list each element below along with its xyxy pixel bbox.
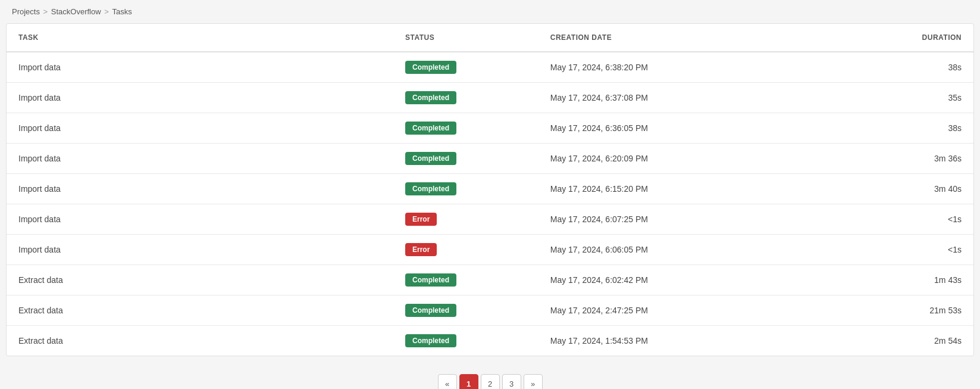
status-badge: Completed	[405, 61, 456, 74]
duration: 2m 54s	[828, 326, 973, 356]
creation-date: May 17, 2024, 6:36:05 PM	[538, 113, 829, 144]
main-container: TASKSTATUSCREATION DATEDURATION Import d…	[6, 23, 974, 356]
task-status: Completed	[393, 174, 538, 204]
task-status: Completed	[393, 265, 538, 295]
status-badge: Completed	[405, 122, 456, 135]
creation-date: May 17, 2024, 1:54:53 PM	[538, 326, 829, 356]
column-header-task: TASK	[7, 24, 393, 52]
tasks-table: TASKSTATUSCREATION DATEDURATION Import d…	[7, 24, 973, 356]
task-status: Error	[393, 235, 538, 265]
duration: <1s	[828, 235, 973, 265]
task-name: Import data	[7, 52, 393, 83]
task-status: Error	[393, 204, 538, 235]
task-name: Import data	[7, 235, 393, 265]
task-name: Extract data	[7, 295, 393, 326]
pagination-prev[interactable]: «	[438, 374, 457, 389]
breadcrumb-separator: >	[102, 7, 111, 16]
duration: 3m 40s	[828, 174, 973, 204]
table-row[interactable]: Import dataErrorMay 17, 2024, 6:07:25 PM…	[7, 204, 973, 235]
breadcrumb-separator: >	[41, 7, 50, 16]
status-badge: Completed	[405, 91, 456, 104]
table-header: TASKSTATUSCREATION DATEDURATION	[7, 24, 973, 52]
task-status: Completed	[393, 52, 538, 83]
breadcrumb-item[interactable]: StackOverflow	[51, 7, 101, 16]
pagination-page-2[interactable]: 2	[481, 374, 500, 389]
table-row[interactable]: Import dataCompletedMay 17, 2024, 6:36:0…	[7, 113, 973, 144]
task-status: Completed	[393, 326, 538, 356]
task-status: Completed	[393, 113, 538, 144]
task-status: Completed	[393, 295, 538, 326]
duration: 35s	[828, 83, 973, 113]
column-header-duration: DURATION	[828, 24, 973, 52]
table-row[interactable]: Extract dataCompletedMay 17, 2024, 2:47:…	[7, 295, 973, 326]
task-name: Import data	[7, 174, 393, 204]
duration: 38s	[828, 52, 973, 83]
duration: 3m 36s	[828, 144, 973, 174]
status-badge: Error	[405, 243, 437, 256]
table-row[interactable]: Import dataErrorMay 17, 2024, 6:06:05 PM…	[7, 235, 973, 265]
creation-date: May 17, 2024, 6:37:08 PM	[538, 83, 829, 113]
breadcrumb-item[interactable]: Projects	[12, 7, 40, 16]
pagination-page-3[interactable]: 3	[502, 374, 521, 389]
task-name: Extract data	[7, 265, 393, 295]
table-row[interactable]: Import dataCompletedMay 17, 2024, 6:15:2…	[7, 174, 973, 204]
pagination-next[interactable]: »	[524, 374, 543, 389]
status-badge: Completed	[405, 273, 456, 287]
task-name: Import data	[7, 113, 393, 144]
task-status: Completed	[393, 83, 538, 113]
table-row[interactable]: Import dataCompletedMay 17, 2024, 6:20:0…	[7, 144, 973, 174]
status-badge: Completed	[405, 304, 456, 317]
task-name: Import data	[7, 144, 393, 174]
status-badge: Completed	[405, 334, 456, 347]
status-badge: Completed	[405, 182, 456, 195]
column-header-creation-date: CREATION DATE	[538, 24, 829, 52]
task-name: Import data	[7, 83, 393, 113]
breadcrumb: Projects > StackOverflow > Tasks	[0, 0, 980, 23]
duration: <1s	[828, 204, 973, 235]
creation-date: May 17, 2024, 6:38:20 PM	[538, 52, 829, 83]
table-row[interactable]: Import dataCompletedMay 17, 2024, 6:37:0…	[7, 83, 973, 113]
status-badge: Error	[405, 213, 437, 226]
creation-date: May 17, 2024, 6:07:25 PM	[538, 204, 829, 235]
table-row[interactable]: Extract dataCompletedMay 17, 2024, 1:54:…	[7, 326, 973, 356]
column-header-status: STATUS	[393, 24, 538, 52]
duration: 21m 53s	[828, 295, 973, 326]
pagination-page-1[interactable]: 1	[459, 374, 478, 389]
task-name: Extract data	[7, 326, 393, 356]
pagination: «123»	[0, 362, 980, 389]
task-status: Completed	[393, 144, 538, 174]
table-row[interactable]: Extract dataCompletedMay 17, 2024, 6:02:…	[7, 265, 973, 295]
duration: 38s	[828, 113, 973, 144]
creation-date: May 17, 2024, 2:47:25 PM	[538, 295, 829, 326]
status-badge: Completed	[405, 152, 456, 165]
table-row[interactable]: Import dataCompletedMay 17, 2024, 6:38:2…	[7, 52, 973, 83]
creation-date: May 17, 2024, 6:15:20 PM	[538, 174, 829, 204]
table-body: Import dataCompletedMay 17, 2024, 6:38:2…	[7, 52, 973, 356]
breadcrumb-item: Tasks	[112, 7, 131, 16]
duration: 1m 43s	[828, 265, 973, 295]
creation-date: May 17, 2024, 6:02:42 PM	[538, 265, 829, 295]
creation-date: May 17, 2024, 6:06:05 PM	[538, 235, 829, 265]
task-name: Import data	[7, 204, 393, 235]
creation-date: May 17, 2024, 6:20:09 PM	[538, 144, 829, 174]
